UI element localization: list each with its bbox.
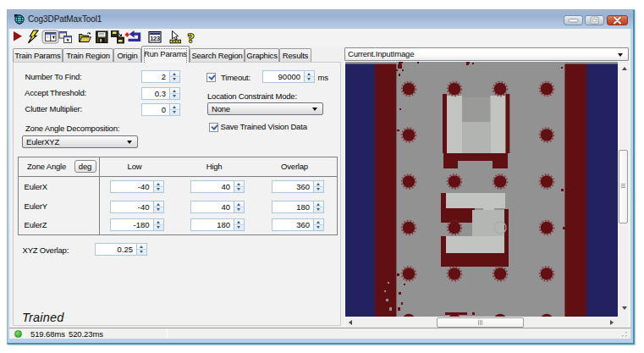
svg-text:?: ?: [188, 30, 195, 45]
svg-text:123: 123: [150, 35, 160, 42]
